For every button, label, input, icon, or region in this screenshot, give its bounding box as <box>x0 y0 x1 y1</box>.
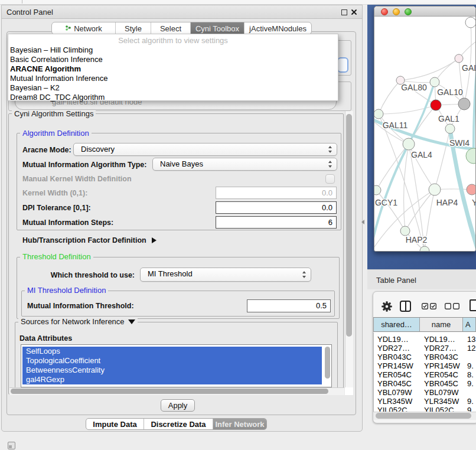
which-threshold-label: Which threshold to use: <box>35 271 135 279</box>
node-salmon <box>467 184 475 195</box>
dropdown-item[interactable]: Mutual Information Inference <box>8 74 338 83</box>
dropdown-item[interactable]: Bayesian – K2 <box>8 83 338 93</box>
tab[interactable]: Impute Data <box>86 419 144 429</box>
dropdown-item[interactable]: Dream8 DC_TDC Algorithm <box>8 93 338 102</box>
mi-threshold-field[interactable]: 0.5 <box>247 299 331 312</box>
table-row[interactable]: YER054C YER054C 8. <box>374 370 476 379</box>
kernel-width-label: Kernel Width (0,1): <box>22 189 87 197</box>
control-panel-titlebar: Control Panel <box>2 5 362 19</box>
dropdown-item[interactable]: ARACNE Algorithm <box>8 64 338 74</box>
tab[interactable]: Network <box>52 22 116 34</box>
close-traffic-light[interactable] <box>381 8 388 15</box>
table-row[interactable]: YLR345W YLR345W 9. <box>374 397 476 406</box>
page: Control Panel galFiltered.sif default no… <box>0 0 476 450</box>
attribute-item[interactable]: SelfLoops <box>22 347 322 356</box>
table-row[interactable]: YBR043C YBR043C <box>374 353 476 361</box>
network-graph[interactable]: GAL7GAL80GAL10GAL1GAL11SWI4GAL4GCY1HAP4Y… <box>374 17 475 251</box>
mi-type-combo[interactable]: Naive Bayes <box>152 158 337 171</box>
node-swi4 <box>445 124 455 133</box>
table-header: shared… name A <box>373 317 476 332</box>
zoom-traffic-light[interactable] <box>405 8 412 15</box>
cyni-settings-title: Cyni Algorithm Settings <box>12 110 96 118</box>
aracne-mode-label: Aracne Mode: <box>22 146 71 154</box>
column-header-shared[interactable]: shared… <box>373 318 420 331</box>
table-row[interactable]: YDR27… YDR27… 12 <box>374 344 476 353</box>
node-hap2 <box>400 226 410 236</box>
node-gal10 <box>430 77 439 87</box>
tab[interactable]: Cyni Toolbox <box>191 22 244 34</box>
app-top-strip <box>0 0 476 5</box>
node-label: Y <box>472 198 475 207</box>
table-hscrollbar-thumb[interactable] <box>376 413 471 419</box>
node-label: GAL7 <box>462 63 475 73</box>
node-label: SWI4 <box>449 138 470 148</box>
network-window-titlebar <box>374 6 475 17</box>
attribute-item[interactable]: gal4RGexp <box>22 375 322 384</box>
column-header-cut[interactable]: A <box>463 318 476 331</box>
node-hap4 <box>429 184 441 195</box>
panel-title: Control Panel <box>6 5 53 19</box>
table-row[interactable]: YIL052C YIL052C 9 <box>374 406 476 412</box>
table-body: YDL19… YDL19… 13 YDR27… YDR27… 12 YBR043… <box>373 332 476 412</box>
gear-icon[interactable] <box>381 301 393 312</box>
hub-definition-toggle[interactable]: Hub/Transcription Factor Definition <box>22 236 157 244</box>
table-row[interactable]: YBR045C YBR045C 9. <box>374 379 476 388</box>
tab[interactable]: Infer Network <box>213 419 266 429</box>
node-label: GAL11 <box>383 120 408 130</box>
deselect-all-icon[interactable] <box>445 303 459 309</box>
split-view-icon[interactable] <box>400 301 411 312</box>
node-label: HAP4 <box>436 198 458 207</box>
dropdown-list: Bayesian – Hill Climbing Basic Correlati… <box>8 45 338 102</box>
sources-title[interactable]: Sources for Network Inference <box>18 318 138 325</box>
panel-divider-arrow[interactable] <box>361 220 364 224</box>
data-attributes-label: Data Attributes <box>19 334 72 343</box>
node-label: GAL4 <box>411 150 432 159</box>
manual-kernel-label: Manual Kernel Width Definition <box>22 175 132 183</box>
node-gcy1 <box>374 185 381 195</box>
manual-kernel-checkbox[interactable] <box>325 174 335 184</box>
mi-steps-field[interactable]: 6 <box>216 216 337 229</box>
node-label: GAL1 <box>438 114 459 123</box>
node-gray <box>458 98 470 110</box>
expand-arrow-icon <box>152 237 157 243</box>
settings-vscrollbar-thumb[interactable] <box>346 114 352 337</box>
panel-toggle-icon[interactable] <box>8 442 15 449</box>
network-icon <box>65 25 71 32</box>
dpi-tolerance-field[interactable]: 0.0 <box>216 201 337 214</box>
app-top-tick <box>22 0 22 4</box>
node-pink-top <box>455 54 463 63</box>
document-icon[interactable] <box>470 299 476 311</box>
attributes-scrollbar-thumb[interactable] <box>325 347 330 379</box>
tab[interactable]: Discretize Data <box>144 419 213 429</box>
dropdown-item[interactable]: Basic Correlation Inference <box>8 55 338 64</box>
table-panel-title: Table Panel <box>376 276 416 285</box>
close-icon[interactable] <box>351 9 357 15</box>
bottom-tabs: Impute Data Discretize Data Infer Networ… <box>86 418 267 430</box>
node-gal11 <box>374 109 383 119</box>
attribute-item[interactable]: BetweennessCentrality <box>22 366 322 375</box>
node-label: GAL10 <box>437 87 463 97</box>
minimize-traffic-light[interactable] <box>393 8 400 15</box>
table-row[interactable]: YDL19… YDL19… 13 <box>374 335 476 344</box>
dropdown-item[interactable]: Bayesian – Hill Climbing <box>8 45 338 55</box>
apply-button[interactable]: Apply <box>161 399 195 412</box>
which-threshold-combo[interactable]: MI Threshold <box>140 268 311 282</box>
tab[interactable]: jActiveMNodules <box>244 22 311 34</box>
table-row[interactable]: YBL079W YBL079W <box>374 388 476 397</box>
kernel-width-field[interactable]: 0.0 <box>216 187 337 199</box>
table-panel-header: Table Panel <box>367 269 476 289</box>
mi-steps-label: Mutual Information Steps: <box>22 219 113 227</box>
node-label: GAL80 <box>401 83 427 92</box>
node-label: HAP2 <box>406 235 428 244</box>
algorithm-definition-title: Algorithm Definition <box>20 129 92 137</box>
tab[interactable]: Style <box>116 22 151 34</box>
aracne-mode-combo[interactable]: Discovery <box>73 143 337 156</box>
settings-hscrollbar-thumb[interactable] <box>11 389 328 394</box>
float-window-icon[interactable] <box>341 9 347 15</box>
column-header-name[interactable]: name <box>420 318 463 331</box>
select-all-icon[interactable] <box>422 303 436 309</box>
table-row[interactable]: YPR145W YPR145W 9. <box>374 361 476 370</box>
tab[interactable]: Select <box>151 22 191 34</box>
attribute-item[interactable]: TopologicalCoefficient <box>22 356 322 366</box>
collapse-arrow-icon <box>128 319 135 324</box>
